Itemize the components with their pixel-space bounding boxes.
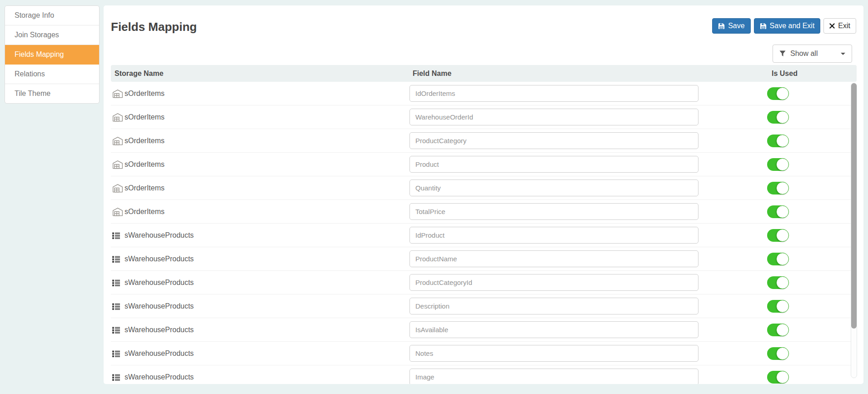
toggle-knob bbox=[776, 205, 789, 218]
sidebar-item-label: Relations bbox=[15, 70, 45, 78]
sidebar-item-label: Join Storages bbox=[15, 31, 59, 39]
is-used-toggle[interactable] bbox=[767, 205, 788, 218]
sidebar-item-label: Fields Mapping bbox=[15, 50, 64, 58]
table-row: sOrderItems bbox=[111, 200, 857, 224]
funnel-icon bbox=[779, 50, 786, 57]
scrollbar-thumb[interactable] bbox=[851, 83, 857, 329]
filter-dropdown[interactable]: Show all bbox=[773, 45, 852, 63]
field-name-input[interactable] bbox=[409, 345, 698, 362]
storage-name-label: sWarehouseProducts bbox=[125, 231, 194, 239]
field-name-input[interactable] bbox=[409, 132, 698, 149]
storage-name-label: sWarehouseProducts bbox=[125, 373, 194, 381]
is-used-toggle[interactable] bbox=[767, 324, 788, 336]
storage-name-cell: sWarehouseProducts bbox=[112, 342, 194, 365]
column-header-is-used: Is Used bbox=[772, 65, 798, 82]
field-name-input[interactable] bbox=[409, 298, 698, 314]
toggle-knob bbox=[776, 135, 789, 147]
is-used-toggle[interactable] bbox=[767, 229, 788, 242]
column-header-field-name: Field Name bbox=[413, 65, 451, 82]
storage-name-label: sWarehouseProducts bbox=[125, 279, 194, 287]
storage-name-cell: sWarehouseProducts bbox=[112, 365, 194, 384]
storage-name-cell: sOrderItems bbox=[112, 200, 165, 224]
table-row: sOrderItems bbox=[111, 105, 857, 129]
field-name-input[interactable] bbox=[409, 180, 698, 196]
sidebar-item-join-storages[interactable]: Join Storages bbox=[5, 25, 99, 45]
exit-button-label: Exit bbox=[838, 22, 850, 30]
storage-name-cell: sWarehouseProducts bbox=[112, 247, 194, 271]
storage-name-cell: sOrderItems bbox=[112, 105, 165, 129]
table-header: Storage Name Field Name Is Used bbox=[111, 65, 857, 82]
storage-name-cell: sOrderItems bbox=[112, 82, 165, 105]
warehouse-icon bbox=[112, 113, 125, 122]
column-header-storage-name: Storage Name bbox=[115, 65, 164, 82]
field-name-input[interactable] bbox=[409, 109, 698, 125]
x-icon bbox=[829, 23, 835, 29]
is-used-toggle[interactable] bbox=[767, 276, 788, 289]
is-used-toggle[interactable] bbox=[767, 182, 788, 195]
is-used-toggle[interactable] bbox=[767, 347, 788, 360]
toggle-knob bbox=[776, 371, 789, 384]
storage-name-cell: sOrderItems bbox=[112, 176, 165, 200]
field-name-input[interactable] bbox=[409, 85, 698, 102]
table-row: sOrderItems bbox=[111, 176, 857, 200]
save-button[interactable]: Save bbox=[712, 18, 750, 34]
toggle-knob bbox=[776, 182, 789, 195]
storage-name-cell: sWarehouseProducts bbox=[112, 271, 194, 294]
table-row: sWarehouseProducts bbox=[111, 271, 857, 294]
is-used-toggle[interactable] bbox=[767, 158, 788, 171]
toggle-knob bbox=[776, 87, 789, 100]
table-row: sOrderItems bbox=[111, 129, 857, 153]
list-icon bbox=[112, 327, 125, 334]
sidebar-item-tile-theme[interactable]: Tile Theme bbox=[5, 84, 99, 103]
exit-button[interactable]: Exit bbox=[823, 18, 856, 34]
filter-selected-value: Show all bbox=[790, 50, 818, 58]
storage-name-label: sOrderItems bbox=[125, 208, 165, 216]
storage-name-label: sWarehouseProducts bbox=[125, 255, 194, 263]
list-icon bbox=[112, 350, 125, 357]
table-row: sOrderItems bbox=[111, 82, 857, 105]
is-used-toggle[interactable] bbox=[767, 300, 788, 313]
sidebar-item-fields-mapping[interactable]: Fields Mapping bbox=[5, 45, 99, 65]
is-used-toggle[interactable] bbox=[767, 87, 788, 100]
field-name-input[interactable] bbox=[409, 321, 698, 338]
toggle-knob bbox=[776, 324, 789, 336]
toggle-knob bbox=[776, 253, 789, 265]
toggle-knob bbox=[776, 229, 789, 242]
field-name-input[interactable] bbox=[409, 369, 698, 384]
field-name-input[interactable] bbox=[409, 250, 698, 267]
storage-name-cell: sOrderItems bbox=[112, 153, 165, 176]
field-name-input[interactable] bbox=[409, 203, 698, 220]
warehouse-icon bbox=[112, 89, 125, 98]
chevron-down-icon bbox=[841, 53, 845, 55]
storage-name-label: sWarehouseProducts bbox=[125, 349, 194, 358]
storage-name-label: sOrderItems bbox=[125, 90, 165, 98]
table-row: sWarehouseProducts bbox=[111, 342, 857, 365]
sidebar-item-relations[interactable]: Relations bbox=[5, 65, 99, 84]
warehouse-icon bbox=[112, 160, 125, 169]
scrollbar-track[interactable] bbox=[851, 83, 857, 378]
warehouse-icon bbox=[112, 184, 125, 193]
storage-name-cell: sWarehouseProducts bbox=[112, 294, 194, 318]
is-used-toggle[interactable] bbox=[767, 135, 788, 147]
floppy-icon bbox=[718, 23, 725, 30]
field-name-input[interactable] bbox=[409, 156, 698, 173]
save-and-exit-button-label: Save and Exit bbox=[770, 22, 815, 30]
table-row: sWarehouseProducts bbox=[111, 294, 857, 318]
table-row: sWarehouseProducts bbox=[111, 365, 857, 384]
field-name-input[interactable] bbox=[409, 227, 698, 244]
fields-mapping-table: sOrderItems bbox=[111, 82, 857, 384]
is-used-toggle[interactable] bbox=[767, 253, 788, 265]
floppy-icon bbox=[760, 23, 767, 30]
table-row: sWarehouseProducts bbox=[111, 318, 857, 342]
page-title: Fields Mapping bbox=[111, 20, 197, 34]
settings-sidebar: Storage Info Join Storages Fields Mappin… bbox=[5, 5, 100, 104]
storage-name-cell: sWarehouseProducts bbox=[112, 318, 194, 342]
is-used-toggle[interactable] bbox=[767, 371, 788, 384]
storage-name-label: sOrderItems bbox=[125, 160, 165, 169]
list-icon bbox=[112, 374, 125, 381]
field-name-input[interactable] bbox=[409, 274, 698, 291]
sidebar-item-storage-info[interactable]: Storage Info bbox=[5, 6, 99, 25]
save-and-exit-button[interactable]: Save and Exit bbox=[754, 18, 821, 34]
table-row: sWarehouseProducts bbox=[111, 247, 857, 271]
is-used-toggle[interactable] bbox=[767, 111, 788, 124]
